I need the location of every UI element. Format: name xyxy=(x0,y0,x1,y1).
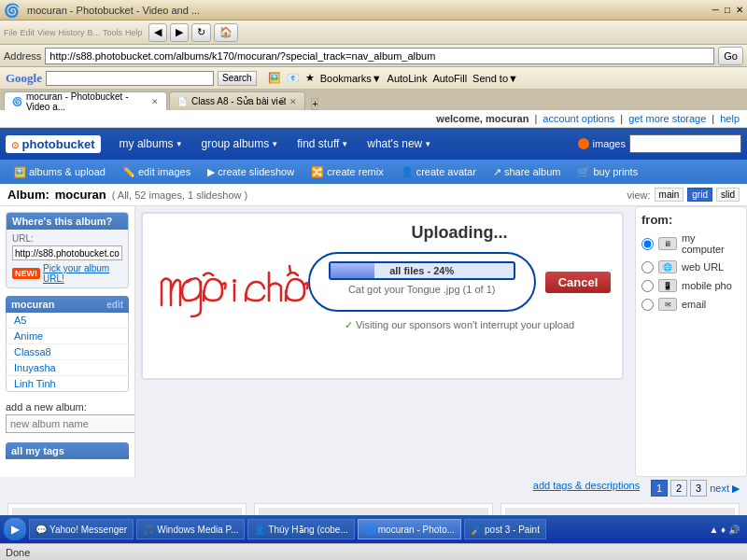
home-button[interactable]: 🏠 xyxy=(214,23,238,42)
site-nav: ⊙ photobucket my albums group albums fin… xyxy=(0,128,747,160)
from-computer-radio[interactable] xyxy=(641,238,654,250)
cancel-button[interactable]: Cancel xyxy=(545,272,612,293)
sponsor-text: ✓ Visiting our sponsors won't interrupt … xyxy=(306,319,613,331)
taskbar-yahoo[interactable]: 💬 Yahoo! Messenger xyxy=(29,519,134,539)
mobile-icon: 📱 xyxy=(658,279,677,292)
from-mobile[interactable]: 📱 mobile pho xyxy=(641,279,740,292)
nav-my-albums[interactable]: my albums xyxy=(112,133,190,154)
reload-button[interactable]: ↻ xyxy=(191,23,211,42)
restore-btn[interactable]: □ xyxy=(725,5,730,15)
tab-class[interactable]: 📄 Class A8 - Sửa bài viết ✕ xyxy=(169,91,305,110)
tab-close-class[interactable]: ✕ xyxy=(289,97,297,106)
add-tags-link[interactable]: add tags & descriptions xyxy=(533,480,640,497)
album-header: Album: mocuran ( All, 52 images, 1 slide… xyxy=(0,184,747,206)
share-icon: ↗ xyxy=(493,166,501,178)
sub-nav-buy-prints[interactable]: 🛒 buy prints xyxy=(570,164,645,180)
images-label: images xyxy=(593,138,626,149)
google-search-input[interactable] xyxy=(46,71,214,86)
album-item-anime[interactable]: Anime xyxy=(7,329,128,344)
nav-icon-3[interactable]: ★ xyxy=(305,72,315,84)
nav-whats-new[interactable]: what's new xyxy=(359,133,439,154)
browser-title: mocuran - Photobucket - Video and ... xyxy=(27,5,200,16)
help-link[interactable]: help xyxy=(720,113,740,124)
sub-nav-albums-upload[interactable]: 🖼️ albums & upload xyxy=(6,164,113,180)
close-btn[interactable]: ✕ xyxy=(736,5,743,15)
sub-nav-edit-images[interactable]: ✏️ edit images xyxy=(115,164,198,180)
nav-icon-2[interactable]: 📧 xyxy=(287,72,300,84)
nav-group-albums[interactable]: group albums xyxy=(194,133,287,154)
url-input[interactable] xyxy=(12,245,122,260)
album-item-a5[interactable]: A5 xyxy=(7,313,128,329)
nav-find-stuff[interactable]: find stuff xyxy=(289,133,356,154)
from-email[interactable]: ✉ email xyxy=(641,298,740,311)
sub-nav-slideshow[interactable]: ▶ create slideshow xyxy=(200,164,302,180)
next-page-link[interactable]: next ▶ xyxy=(710,483,740,495)
avatar-icon: 👤 xyxy=(401,166,414,178)
view-slide-btn[interactable]: slid xyxy=(716,188,740,202)
nav-icon-1[interactable]: 🖼️ xyxy=(268,72,281,84)
sub-nav: 🖼️ albums & upload ✏️ edit images ▶ crea… xyxy=(0,160,747,184)
albums-icon: 🖼️ xyxy=(13,166,26,178)
taskbar-media[interactable]: 🎵 Windows Media P... xyxy=(136,519,245,539)
account-options-link[interactable]: account options xyxy=(543,113,614,124)
from-mobile-radio[interactable] xyxy=(641,280,654,292)
progress-oval: all files - 24% Cat got your Tongue .jpg… xyxy=(308,252,536,312)
new-tab-button[interactable]: + xyxy=(311,98,318,110)
new-badge: NEW! xyxy=(12,268,40,279)
pick-url-link[interactable]: Pick your album URL! xyxy=(43,263,122,284)
google-search-button[interactable]: Search xyxy=(218,71,257,86)
view-main-btn[interactable]: main xyxy=(655,188,684,202)
address-input[interactable] xyxy=(45,48,714,64)
taskbar-paint[interactable]: 🖌️ post 3 - Paint xyxy=(464,519,546,539)
sub-nav-remix[interactable]: 🔀 create remix xyxy=(303,164,391,180)
main-content-area: Uploading... all files - 24% Cat got you… xyxy=(135,206,629,477)
from-title: from: xyxy=(641,213,740,227)
from-computer[interactable]: 🖥 my computer xyxy=(641,232,740,255)
storage-link[interactable]: get more storage xyxy=(628,113,706,124)
from-panel: from: 🖥 my computer 🌐 web URL 📱 mobile p… xyxy=(635,206,747,477)
page-2[interactable]: 2 xyxy=(670,480,687,497)
site-topbar: welcome, mocuran | account options | get… xyxy=(0,110,747,128)
taskbar: ▶ 💬 Yahoo! Messenger 🎵 Windows Media P..… xyxy=(0,515,747,543)
web-icon: 🌐 xyxy=(658,260,677,273)
start-button[interactable]: ▶ xyxy=(4,518,26,540)
album-edit-link[interactable]: edit xyxy=(106,300,123,310)
sub-nav-share[interactable]: ↗ share album xyxy=(486,164,569,180)
tab-photobucket[interactable]: 🌀 mocuran - Photobucket - Video a... ✕ xyxy=(4,91,167,110)
browser-toolbar: File Edit View History B... Tools Help ◀… xyxy=(0,21,747,45)
sponsor-icon: ✓ xyxy=(345,319,353,330)
tab-close-photobucket[interactable]: ✕ xyxy=(151,97,159,106)
back-button[interactable]: ◀ xyxy=(148,23,167,42)
album-item-classa8[interactable]: Classa8 xyxy=(7,344,128,360)
page-1[interactable]: 1 xyxy=(651,480,668,497)
taskbar-photobucket[interactable]: 🌀 mocuran - Photo... xyxy=(358,519,461,539)
view-label: view: xyxy=(627,189,651,201)
sidebar: Where's this album? URL: NEW! Pick your … xyxy=(0,206,135,477)
minimize-btn[interactable]: ─ xyxy=(712,5,719,15)
send-to-label: Send to▼ xyxy=(472,73,518,84)
new-album-input[interactable] xyxy=(6,414,135,433)
album-item-linh-tinh[interactable]: Linh Tinh xyxy=(7,376,128,391)
svg-point-0 xyxy=(233,279,236,283)
go-button[interactable]: Go xyxy=(718,47,743,65)
google-logo: Google xyxy=(6,71,42,86)
where-album-section: Where's this album? URL: NEW! Pick your … xyxy=(6,212,129,288)
browser-titlebar: 🌀 mocuran - Photobucket - Video and ... … xyxy=(0,0,747,21)
handwriting-drawing xyxy=(152,240,320,333)
view-grid-btn[interactable]: grid xyxy=(687,188,712,202)
forward-button[interactable]: ▶ xyxy=(170,23,189,42)
media-icon: 🎵 xyxy=(143,525,154,535)
page-3[interactable]: 3 xyxy=(690,480,707,497)
album-list-body: A5 Anime Classa8 Inuyasha Linh Tinh xyxy=(6,313,129,392)
taskbar-thuy-hang[interactable]: 👤 Thúy Hằng (cobe... xyxy=(247,519,354,539)
photobucket-logo[interactable]: ⊙ photobucket xyxy=(6,135,101,153)
site-search-input[interactable] xyxy=(629,134,741,153)
status-text: Done xyxy=(6,547,30,558)
sub-nav-avatar[interactable]: 👤 create avatar xyxy=(393,164,484,180)
from-web-url[interactable]: 🌐 web URL xyxy=(641,260,740,273)
file-info: Cat got your Tongue .jpg (1 of 1) xyxy=(348,284,496,295)
from-web-radio[interactable] xyxy=(641,261,654,273)
album-item-inuyasha[interactable]: Inuyasha xyxy=(7,360,128,376)
sep2: | xyxy=(620,113,623,124)
from-email-radio[interactable] xyxy=(641,299,654,311)
